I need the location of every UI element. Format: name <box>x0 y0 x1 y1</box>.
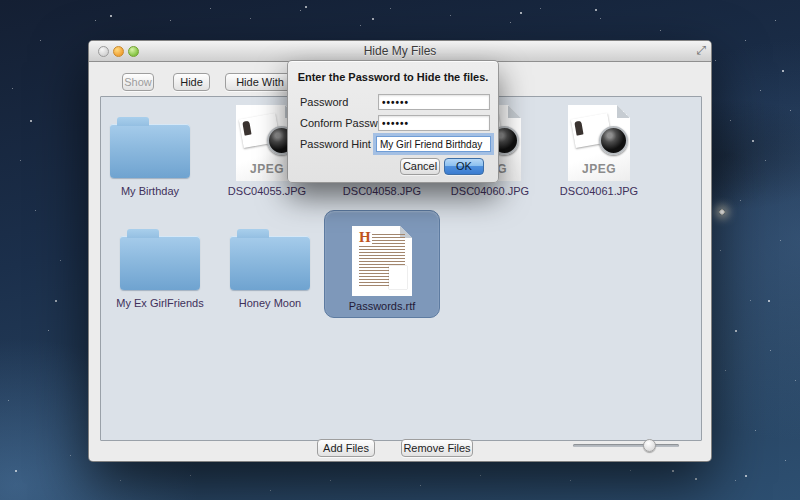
file-label: DSC04061.JPG <box>560 185 638 197</box>
password-dialog: Enter the Password to Hide the files. Pa… <box>287 60 499 183</box>
file-label: Honey Moon <box>239 297 301 309</box>
add-files-button[interactable]: Add Files <box>317 439 375 457</box>
file-label: My Birthday <box>121 185 179 197</box>
password-hint-input[interactable] <box>376 136 491 152</box>
bottom-bar: Add Files Remove Files <box>89 439 711 461</box>
rtf-text-lines <box>372 234 405 246</box>
page-fold-icon <box>617 105 630 118</box>
slider-track[interactable] <box>573 444 679 447</box>
file-label: DSC04058.JPG <box>343 185 421 197</box>
zoom-slider[interactable] <box>573 439 679 452</box>
file-item-dsc04061[interactable]: JPEG DSC04061.JPG <box>544 100 654 197</box>
dialog-title: Enter the Password to Hide the files. <box>288 71 498 83</box>
file-label: Passwords.rtf <box>349 300 416 312</box>
rtf-dropcap: H <box>359 230 371 244</box>
password-label: Password <box>300 94 348 110</box>
show-button[interactable]: Show <box>122 73 154 91</box>
confirm-password-input[interactable] <box>378 115 490 131</box>
password-hint-label: Password Hint <box>300 136 371 152</box>
folder-icon <box>120 236 200 290</box>
page-fold-icon <box>508 105 521 118</box>
cancel-button[interactable]: Cancel <box>400 158 440 175</box>
file-item-my-birthday[interactable]: My Birthday <box>95 100 205 197</box>
file-label: DSC04060.JPG <box>451 185 529 197</box>
star-field-large <box>0 0 2 2</box>
folder-icon <box>110 124 190 178</box>
folder-icon <box>230 236 310 290</box>
file-label: DSC04055.JPG <box>228 185 306 197</box>
rtf-photo-thumbnail <box>389 266 407 289</box>
ok-button[interactable]: OK <box>444 158 484 175</box>
file-item-honey-moon[interactable]: Honey Moon <box>215 212 325 309</box>
hide-button[interactable]: Hide <box>173 73 210 91</box>
fullscreen-icon[interactable]: ⤢ <box>696 43 706 57</box>
slider-thumb[interactable] <box>643 439 656 452</box>
bright-star <box>719 209 725 215</box>
jpeg-file-icon: JPEG <box>568 105 630 181</box>
title-bar[interactable]: Hide My Files ⤢ <box>89 41 711 62</box>
remove-files-button[interactable]: Remove Files <box>401 439 473 457</box>
file-item-passwords-rtf-selected[interactable]: H Passwords.rtf <box>324 210 440 318</box>
window-title: Hide My Files <box>89 44 711 58</box>
jpeg-label: JPEG <box>568 162 630 176</box>
file-label: My Ex GirlFriends <box>116 297 203 309</box>
file-item-my-ex-girlfriends[interactable]: My Ex GirlFriends <box>105 212 215 309</box>
camera-lens-icon <box>599 126 628 155</box>
password-input[interactable] <box>378 94 490 110</box>
rtf-file-icon: H <box>352 226 412 296</box>
